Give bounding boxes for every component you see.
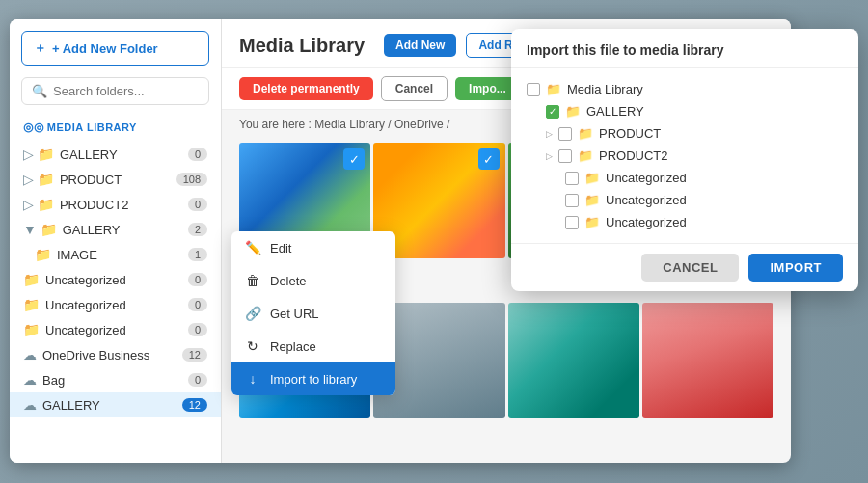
- tree-arrow: ▷: [546, 129, 553, 139]
- import-icon: ↓: [245, 371, 260, 387]
- context-get-url[interactable]: 🔗 Get URL: [231, 297, 395, 330]
- tree-arrow: ▷: [546, 151, 553, 161]
- add-new-button[interactable]: Add New: [384, 34, 456, 57]
- folder-icon: 📁: [35, 247, 51, 262]
- context-menu: ✏️ Edit 🗑 Delete 🔗 Get URL ↻ Replace ↓ I…: [231, 231, 395, 395]
- tree-checkbox-unc1[interactable]: [565, 172, 579, 185]
- sidebar-section-label: ◎◎ MEDIA LIBRARY: [10, 117, 221, 142]
- folder-icon: 📁: [546, 82, 561, 96]
- sidebar-item-gallery1[interactable]: ▷ 📁 GALLERY 0: [10, 142, 221, 167]
- tree-checkbox-product[interactable]: [558, 127, 572, 141]
- edit-icon: ✏️: [245, 240, 260, 255]
- sidebar-item-image[interactable]: 📁 IMAGE 1: [10, 242, 221, 267]
- import-button[interactable]: Impo...: [455, 77, 520, 100]
- import-dialog: Import this file to media library 📁 Medi…: [511, 29, 858, 291]
- add-folder-label: + Add New Folder: [52, 41, 158, 56]
- media-check-1: ✓: [343, 148, 365, 170]
- tree-item-gallery[interactable]: ✓ 📁 GALLERY: [527, 100, 843, 122]
- media-item-7[interactable]: [508, 303, 639, 418]
- sidebar-item-gallery2[interactable]: ▼ 📁 GALLERY 2: [10, 217, 221, 242]
- folder-icon: 📁: [578, 148, 593, 163]
- delete-permanently-button[interactable]: Delete permanently: [239, 77, 373, 100]
- sidebar-item-uncategorized3[interactable]: 📁 Uncategorized 0: [10, 317, 221, 342]
- search-input[interactable]: [53, 84, 199, 98]
- dialog-footer: CANCEL IMPORT: [511, 243, 858, 291]
- tree-checkbox-unc2[interactable]: [565, 194, 579, 207]
- tree-checkbox-product2[interactable]: [558, 149, 572, 163]
- tree-item-uncategorized1[interactable]: 📁 Uncategorized: [527, 167, 843, 189]
- cloud-icon: ☁: [23, 397, 37, 413]
- folder-icon: ▼ 📁: [23, 222, 57, 237]
- replace-icon: ↻: [245, 338, 260, 354]
- cc-icon: ◎◎: [23, 121, 47, 134]
- dialog-import-button[interactable]: IMPORT: [748, 254, 843, 282]
- sidebar-item-uncategorized1[interactable]: 📁 Uncategorized 0: [10, 267, 221, 292]
- folder-icon: ▷ 📁: [23, 197, 54, 212]
- tree-checkbox-media-library[interactable]: [527, 83, 540, 96]
- sidebar-item-onedrive[interactable]: ☁ OneDrive Business 12: [10, 342, 221, 367]
- folder-icon: ▷ 📁: [23, 147, 54, 162]
- media-check-2: ✓: [478, 148, 500, 170]
- delete-icon: 🗑: [245, 273, 260, 288]
- folder-icon: 📁: [578, 126, 593, 141]
- sidebar-item-gallery-active[interactable]: ☁ GALLERY 12: [10, 392, 221, 417]
- tree-item-media-library[interactable]: 📁 Media Library: [527, 78, 843, 100]
- context-delete[interactable]: 🗑 Delete: [231, 264, 395, 297]
- tree-item-product[interactable]: ▷ 📁 PRODUCT: [527, 122, 843, 145]
- cloud-icon: ☁: [23, 347, 37, 362]
- folder-icon: 📁: [584, 193, 600, 207]
- context-import-to-library[interactable]: ↓ Import to library: [231, 362, 395, 395]
- folder-icon: 📁: [584, 215, 600, 229]
- folder-icon: 📁: [565, 104, 581, 119]
- dialog-tree: 📁 Media Library ✓ 📁 GALLERY ▷ 📁 PRODUCT …: [511, 68, 858, 243]
- plus-icon: ＋: [34, 40, 46, 57]
- sidebar-item-product2[interactable]: ▷ 📁 PRODUCT2 0: [10, 192, 221, 217]
- cloud-icon: ☁: [23, 372, 37, 388]
- sidebar-item-product[interactable]: ▷ 📁 PRODUCT 108: [10, 167, 221, 192]
- folder-icon: ▷ 📁: [23, 172, 54, 187]
- sidebar-item-uncategorized2[interactable]: 📁 Uncategorized 0: [10, 292, 221, 317]
- tree-item-uncategorized3[interactable]: 📁 Uncategorized: [527, 211, 843, 233]
- tree-item-uncategorized2[interactable]: 📁 Uncategorized: [527, 189, 843, 211]
- tree-item-product2[interactable]: ▷ 📁 PRODUCT2: [527, 145, 843, 167]
- tree-checkbox-gallery[interactable]: ✓: [546, 105, 559, 119]
- search-box: 🔍: [21, 77, 209, 105]
- dialog-title: Import this file to media library: [511, 29, 858, 68]
- tree-checkbox-unc3[interactable]: [565, 216, 579, 229]
- dialog-cancel-button[interactable]: CANCEL: [641, 254, 739, 282]
- folder-icon: 📁: [23, 272, 40, 287]
- folder-icon: 📁: [584, 171, 600, 185]
- page-title: Media Library: [239, 35, 365, 57]
- sidebar-item-bag[interactable]: ☁ Bag 0: [10, 367, 221, 392]
- cancel-button[interactable]: Cancel: [381, 76, 448, 101]
- media-item-8[interactable]: [642, 303, 773, 418]
- link-icon: 🔗: [245, 306, 260, 321]
- sidebar: ＋ + Add New Folder 🔍 ◎◎ MEDIA LIBRARY ▷ …: [10, 19, 222, 463]
- add-folder-button[interactable]: ＋ + Add New Folder: [21, 31, 209, 66]
- context-edit[interactable]: ✏️ Edit: [231, 231, 395, 264]
- search-icon: 🔍: [32, 84, 47, 98]
- context-replace[interactable]: ↻ Replace: [231, 330, 395, 362]
- folder-icon: 📁: [23, 322, 40, 337]
- folder-icon: 📁: [23, 297, 40, 312]
